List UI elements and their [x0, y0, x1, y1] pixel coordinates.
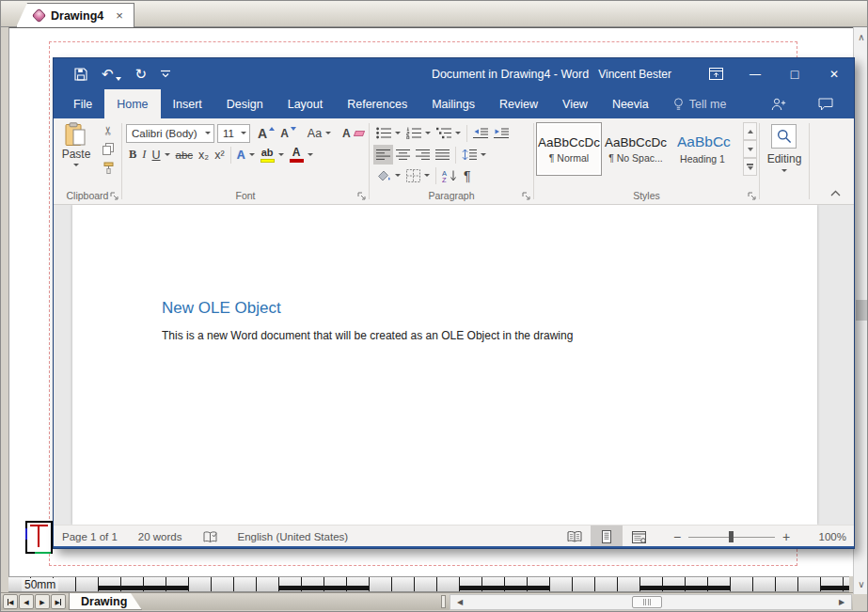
shading-button[interactable]: [373, 165, 403, 185]
copy-button[interactable]: [100, 141, 117, 157]
minimize-button[interactable]: —: [735, 58, 775, 89]
style-no-spacing[interactable]: AaBbCcDc ¶ No Spac...: [602, 122, 670, 176]
zoom-in-button[interactable]: +: [777, 529, 796, 544]
signed-in-user[interactable]: Vincent Bester: [598, 68, 671, 81]
clear-formatting-button[interactable]: A: [339, 123, 367, 143]
ribbon-display-options-icon[interactable]: [696, 58, 735, 89]
font-color-button[interactable]: A: [287, 145, 316, 165]
word-count[interactable]: 20 words: [138, 531, 182, 542]
tab-file[interactable]: File: [61, 89, 104, 118]
paste-button[interactable]: Paste: [57, 122, 95, 166]
paste-dropdown-icon[interactable]: [73, 164, 79, 166]
styles-dialog-launcher[interactable]: [748, 192, 756, 200]
scroll-down-button[interactable]: ∨: [854, 576, 868, 592]
cad-document-tab[interactable]: Drawing4 ×: [16, 3, 134, 27]
tab-design[interactable]: Design: [214, 89, 276, 118]
sort-button[interactable]: AZ: [439, 165, 461, 185]
font-name-dropdown-icon: [205, 132, 211, 134]
grow-font-button[interactable]: A: [255, 123, 277, 143]
editing-dropdown-icon[interactable]: [781, 169, 787, 172]
scrollbar-splitter-handle[interactable]: [441, 595, 446, 608]
previous-sheet-button[interactable]: ◀: [19, 594, 34, 609]
first-sheet-button[interactable]: ◀: [3, 594, 18, 609]
ribbon: Paste ✂ Clipboard: [54, 118, 854, 205]
borders-dropdown-icon: [424, 174, 430, 177]
zoom-slider[interactable]: [688, 530, 775, 543]
share-icon[interactable]: [771, 98, 786, 111]
styles-scroll-down-button[interactable]: [743, 140, 757, 158]
collapse-ribbon-button[interactable]: [830, 190, 841, 196]
drawing-element-red-stem: [38, 525, 39, 547]
clipboard-dialog-launcher[interactable]: [110, 192, 118, 200]
italic-button[interactable]: I: [139, 145, 149, 165]
print-layout-button[interactable]: [591, 526, 623, 548]
maximize-button[interactable]: □: [775, 58, 814, 89]
style-normal[interactable]: AaBbCcDc ¶ Normal: [536, 122, 602, 176]
close-button[interactable]: ✕: [814, 58, 854, 89]
align-center-button[interactable]: [393, 145, 413, 165]
cut-button[interactable]: ✂: [101, 122, 116, 138]
font-dialog-launcher[interactable]: [357, 192, 366, 200]
text-effects-button[interactable]: A: [234, 145, 258, 165]
tab-references[interactable]: References: [335, 89, 419, 118]
web-layout-button[interactable]: [623, 526, 655, 548]
justify-button[interactable]: [433, 145, 452, 165]
page-indicator[interactable]: Page 1 of 1: [62, 531, 118, 542]
find-button[interactable]: [771, 124, 797, 149]
tab-neevia[interactable]: Neevia: [600, 89, 661, 118]
underline-button[interactable]: U: [150, 145, 173, 165]
proofing-status-icon[interactable]: [203, 531, 217, 543]
tab-layout[interactable]: Layout: [276, 89, 336, 118]
style-heading1[interactable]: AaBbCc Heading 1: [670, 122, 735, 176]
editing-group-label[interactable]: Editing: [760, 152, 809, 165]
scroll-right-button[interactable]: ▶: [834, 595, 849, 609]
tab-mailings[interactable]: Mailings: [419, 89, 487, 118]
bullets-button[interactable]: [373, 123, 403, 143]
align-left-button[interactable]: [373, 145, 393, 165]
highlight-button[interactable]: ab: [258, 145, 287, 165]
paragraph-dialog-launcher[interactable]: [522, 192, 530, 200]
numbering-button[interactable]: [403, 123, 434, 143]
superscript-button[interactable]: x²: [212, 145, 227, 165]
tab-home[interactable]: Home: [104, 89, 160, 118]
borders-button[interactable]: [403, 165, 433, 185]
language-status[interactable]: English (United States): [238, 531, 349, 542]
tab-review[interactable]: Review: [487, 89, 550, 118]
close-document-tab-icon[interactable]: ×: [116, 8, 123, 23]
drawing-element[interactable]: [25, 521, 53, 554]
format-painter-button[interactable]: [100, 160, 118, 176]
scroll-left-button[interactable]: ◀: [452, 595, 467, 609]
strikethrough-button[interactable]: abc: [173, 145, 197, 165]
comment-icon[interactable]: [818, 98, 833, 111]
align-right-button[interactable]: [413, 145, 433, 165]
last-sheet-button[interactable]: ▶: [51, 594, 66, 609]
read-mode-button[interactable]: [559, 526, 591, 548]
styles-scroll-up-button[interactable]: [743, 122, 757, 140]
shrink-font-button[interactable]: A: [277, 123, 299, 143]
bold-button[interactable]: B: [126, 145, 139, 165]
cad-vertical-scrollbar[interactable]: ∧ ∨: [853, 27, 868, 594]
scroll-up-button[interactable]: ∧: [854, 29, 868, 45]
subscript-button[interactable]: x₂: [196, 145, 212, 165]
zoom-level[interactable]: 100%: [805, 531, 846, 542]
change-case-button[interactable]: Aa: [305, 123, 334, 143]
tell-me-box[interactable]: Tell me: [661, 89, 739, 118]
line-spacing-button[interactable]: [459, 145, 489, 165]
horizontal-scroll-thumb[interactable]: [632, 596, 662, 608]
next-sheet-button[interactable]: ▶: [35, 594, 50, 609]
document-page[interactable]: New OLE Object This is a new Word docume…: [72, 205, 817, 525]
tab-insert[interactable]: Insert: [161, 89, 214, 118]
tab-view[interactable]: View: [550, 89, 600, 118]
font-size-select[interactable]: 11: [217, 124, 250, 143]
cad-horizontal-scrollbar[interactable]: ◀ ▶: [450, 594, 852, 610]
show-formatting-marks-button[interactable]: ¶: [461, 165, 474, 185]
zoom-slider-thumb[interactable]: [729, 531, 734, 542]
zoom-out-button[interactable]: −: [668, 529, 687, 544]
sheet-tab-drawing[interactable]: Drawing: [69, 593, 142, 610]
vertical-scroll-thumb[interactable]: [856, 300, 867, 321]
font-name-select[interactable]: Calibri (Body): [126, 124, 214, 143]
increase-indent-button[interactable]: [491, 123, 512, 143]
styles-more-button[interactable]: [743, 158, 757, 176]
multilevel-list-button[interactable]: [434, 123, 464, 143]
decrease-indent-button[interactable]: [470, 123, 491, 143]
